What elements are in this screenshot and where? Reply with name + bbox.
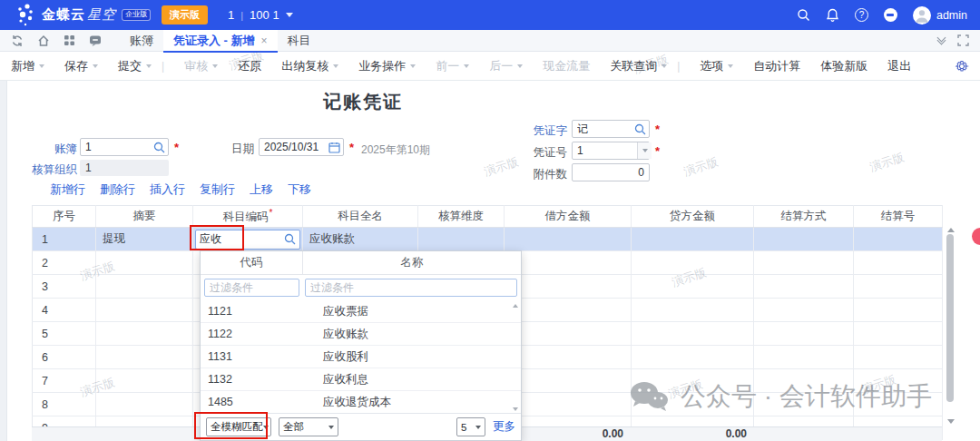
column-header[interactable]: 科目编码* [193, 206, 303, 228]
voucher-number-field[interactable] [572, 142, 650, 160]
scrollbar-down-icon[interactable] [947, 419, 955, 424]
empty-cell[interactable] [854, 346, 943, 369]
column-header[interactable]: 结算方式 [754, 206, 854, 228]
scope-select[interactable]: 全部 [279, 417, 338, 436]
account-option[interactable]: 1131应收股利 [201, 346, 521, 368]
account-option[interactable]: 1122应收账款 [201, 323, 521, 346]
name-filter-input[interactable] [305, 279, 517, 297]
grid-action-link[interactable]: 上移 [250, 181, 273, 198]
search-icon[interactable] [153, 142, 165, 153]
empty-cell[interactable] [632, 275, 754, 299]
message-icon[interactable] [89, 34, 102, 47]
toolbar-button[interactable]: 自动计算 [753, 58, 800, 74]
grid-action-link[interactable]: 新增行 [50, 181, 85, 198]
tab-item[interactable]: 科目 [278, 30, 321, 52]
code-filter-input[interactable] [204, 279, 299, 297]
empty-cell[interactable] [505, 251, 632, 275]
sync-icon[interactable] [11, 34, 24, 47]
vertical-scrollbar[interactable] [946, 234, 954, 402]
settle-method-cell[interactable] [754, 228, 854, 251]
scroll-down-icon[interactable] [513, 407, 518, 411]
voucher-number-input[interactable] [575, 144, 637, 157]
search-icon[interactable] [797, 8, 810, 22]
calendar-icon[interactable] [328, 142, 340, 153]
empty-cell[interactable] [96, 369, 193, 393]
notification-bell-icon[interactable] [826, 8, 839, 23]
empty-cell[interactable] [505, 299, 632, 322]
empty-cell[interactable] [632, 369, 754, 393]
search-icon[interactable] [284, 233, 296, 245]
voucher-word-input[interactable] [575, 122, 634, 135]
empty-cell[interactable] [505, 393, 632, 416]
empty-cell[interactable] [632, 251, 754, 275]
empty-cell[interactable] [505, 369, 632, 393]
search-icon[interactable] [634, 123, 646, 135]
dropdown-button[interactable] [637, 142, 652, 159]
empty-cell[interactable] [96, 299, 193, 322]
column-header[interactable]: 贷方金额 [632, 206, 754, 228]
settle-no-cell[interactable] [854, 228, 943, 251]
more-link[interactable]: 更多 [493, 419, 515, 435]
date-field[interactable] [259, 138, 344, 156]
account-option[interactable]: 1132应收利息 [201, 368, 521, 391]
account-name-cell[interactable]: 应收账款 [303, 228, 418, 251]
empty-cell[interactable] [854, 393, 943, 416]
floating-badge[interactable] [972, 228, 980, 245]
help-icon[interactable]: ? [855, 8, 868, 22]
empty-cell[interactable] [754, 299, 854, 322]
grid-action-link[interactable]: 删除行 [100, 181, 135, 198]
kingdee-logo-icon[interactable] [13, 3, 36, 28]
toolbar-button[interactable]: 体验新版 [820, 58, 867, 74]
attachment-count-input[interactable] [575, 166, 646, 179]
column-header[interactable]: 借方金额 [505, 206, 632, 228]
empty-cell[interactable] [505, 275, 632, 299]
scroll-up-icon[interactable] [513, 304, 518, 308]
column-header[interactable]: 摘要 [96, 206, 193, 228]
empty-cell[interactable] [632, 346, 754, 369]
settings-gear-icon[interactable] [955, 59, 969, 74]
toolbar-button[interactable]: 选项 [700, 58, 733, 74]
attachment-count-field[interactable] [572, 163, 650, 181]
toolbar-button[interactable]: 退出 [887, 58, 911, 74]
tab-active[interactable]: 凭证录入 - 新增× [163, 30, 278, 52]
empty-cell[interactable] [96, 251, 193, 275]
empty-cell[interactable] [505, 322, 632, 346]
empty-cell[interactable] [854, 275, 943, 299]
toolbar-button[interactable]: 新增 [11, 58, 44, 74]
account-book-input[interactable] [83, 141, 153, 153]
toolbar-button[interactable]: 关联查询 [610, 58, 667, 74]
account-book-field[interactable] [80, 138, 169, 156]
empty-cell[interactable] [854, 369, 943, 393]
account-option[interactable]: 1485应收退货成本 [201, 391, 521, 414]
toolbar-button[interactable]: 业务操作 [358, 58, 416, 74]
account-option[interactable]: 1121应收票据 [201, 300, 521, 323]
home-icon[interactable] [37, 34, 50, 47]
empty-cell[interactable] [96, 322, 193, 346]
empty-cell[interactable] [632, 322, 754, 346]
empty-cell[interactable] [854, 299, 943, 322]
tab-item[interactable]: 账簿 [120, 30, 163, 52]
toolbar-button[interactable]: 还原 [238, 58, 261, 74]
empty-cell[interactable] [754, 275, 854, 299]
dimension-cell[interactable] [418, 228, 505, 251]
grid-action-link[interactable]: 下移 [288, 181, 311, 198]
summary-cell[interactable]: 提现 [96, 228, 193, 251]
empty-cell[interactable] [854, 322, 943, 346]
credit-cell[interactable] [632, 228, 754, 251]
page-size-select[interactable]: 5 [456, 417, 485, 436]
do-not-disturb-icon[interactable] [884, 8, 897, 22]
empty-cell[interactable] [754, 369, 854, 393]
empty-cell[interactable] [854, 251, 943, 275]
table-row[interactable]: 1 提现 应收 应收账款 [33, 228, 943, 251]
toolbar-button[interactable]: 提交 [118, 58, 152, 74]
empty-cell[interactable] [632, 299, 754, 322]
column-header[interactable]: 结算号 [854, 206, 943, 228]
org-switcher[interactable]: 1 | 100 1 [228, 8, 293, 22]
column-header[interactable]: 核算维度 [418, 206, 505, 228]
collapse-chevrons-icon[interactable] [938, 38, 945, 44]
empty-cell[interactable] [96, 275, 193, 299]
empty-cell[interactable] [754, 322, 854, 346]
empty-cell[interactable] [96, 393, 193, 416]
apps-grid-icon[interactable] [64, 34, 75, 46]
close-icon[interactable]: × [261, 34, 268, 47]
